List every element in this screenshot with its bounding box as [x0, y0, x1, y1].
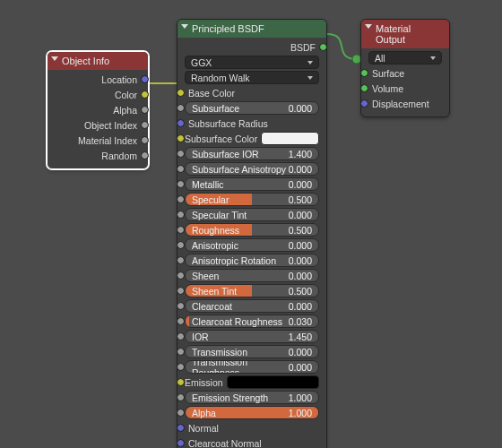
socket-out[interactable] — [141, 121, 149, 129]
socket-in[interactable] — [177, 393, 185, 401]
socket-in[interactable] — [177, 256, 185, 264]
output-material-index: Material Index — [51, 133, 144, 148]
input-roughness: Roughness0.500 — [181, 222, 323, 237]
dropdown-subsurface-method[interactable]: Random Walk — [181, 70, 323, 85]
input-emission-strength: Emission Strength1.000 — [181, 390, 323, 405]
socket-in[interactable] — [177, 195, 185, 203]
socket-in[interactable] — [177, 348, 185, 356]
node-object-info[interactable]: Object Info LocationColorAlphaObject Ind… — [47, 51, 149, 169]
input-volume: Volume — [365, 81, 446, 96]
socket-in[interactable] — [177, 378, 185, 386]
socket-in[interactable] — [177, 332, 185, 340]
slider[interactable]: Metallic0.000 — [185, 177, 319, 191]
collapse-icon[interactable] — [365, 24, 372, 29]
input-sheen: Sheen0.000 — [181, 268, 323, 283]
dropdown-distribution[interactable]: GGX — [181, 55, 323, 70]
color-field[interactable] — [227, 375, 319, 389]
input-transmission-roughness: Transmission Roughness0.000 — [181, 359, 323, 375]
input-specular: Specular0.500 — [181, 192, 323, 207]
input-alpha: Alpha1.000 — [181, 405, 323, 420]
socket-out[interactable] — [141, 90, 149, 99]
node-body: BSDF GGX Random Walk Base Color Subsurfa… — [177, 38, 326, 448]
node-title: Material Output — [376, 23, 411, 45]
socket-in[interactable] — [177, 424, 185, 432]
input-normal: Normal — [181, 420, 323, 435]
socket-in[interactable] — [177, 271, 185, 280]
input-emission: Emission — [181, 375, 323, 390]
socket-in[interactable] — [177, 409, 185, 417]
socket-out[interactable] — [141, 75, 149, 83]
socket-in[interactable] — [177, 119, 185, 127]
slider[interactable]: Specular Tint0.000 — [185, 208, 319, 221]
socket-in[interactable] — [360, 99, 368, 108]
socket-out-bsdf[interactable] — [319, 43, 327, 51]
node-body: All SurfaceVolumeDisplacement — [361, 48, 449, 116]
socket-in[interactable] — [177, 241, 185, 249]
socket-in-base-color[interactable] — [177, 89, 185, 97]
color-field[interactable] — [261, 132, 319, 145]
slider[interactable]: Clearcoat0.000 — [185, 299, 319, 313]
input-metallic: Metallic0.000 — [181, 177, 323, 192]
output-random: Random — [51, 148, 144, 163]
input-subsurface-ior: Subsurface IOR1.400 — [181, 146, 323, 161]
slider[interactable]: Transmission0.000 — [185, 345, 319, 358]
slider[interactable]: Sheen Tint0.500 — [185, 284, 319, 297]
output-color: Color — [51, 87, 144, 102]
input-subsurface: Subsurface0.000 — [181, 100, 323, 116]
socket-in[interactable] — [177, 226, 185, 234]
socket-in[interactable] — [177, 363, 185, 371]
socket-in[interactable] — [177, 165, 185, 173]
input-base-color: Base Color — [181, 85, 323, 100]
socket-in[interactable] — [177, 150, 185, 158]
socket-out[interactable] — [141, 106, 149, 114]
node-header[interactable]: Object Info — [48, 52, 148, 70]
input-clearcoat: Clearcoat0.000 — [181, 298, 323, 314]
socket-in[interactable] — [177, 211, 185, 219]
socket-in[interactable] — [177, 287, 185, 295]
node-principled-bsdf[interactable]: Principled BSDF BSDF GGX Random Walk Bas… — [177, 19, 327, 448]
slider[interactable]: Subsurface Anisotropy0.000 — [185, 162, 319, 176]
node-title: Object Info — [62, 56, 109, 66]
slider[interactable]: Transmission Roughness0.000 — [185, 360, 319, 374]
socket-out[interactable] — [141, 136, 149, 144]
socket-in[interactable] — [177, 134, 185, 142]
input-clearcoat-roughness: Clearcoat Roughness0.030 — [181, 314, 323, 329]
output-bsdf: BSDF — [181, 39, 323, 55]
node-header[interactable]: Principled BSDF — [177, 20, 326, 38]
slider[interactable]: IOR1.450 — [185, 330, 319, 343]
socket-in[interactable] — [177, 180, 185, 188]
input-transmission: Transmission0.000 — [181, 344, 323, 359]
socket-in[interactable] — [177, 302, 185, 310]
slider[interactable]: Anisotropic0.000 — [185, 238, 319, 252]
input-clearcoat-normal: Clearcoat Normal — [181, 435, 323, 448]
socket-in[interactable] — [360, 84, 368, 92]
output-alpha: Alpha — [51, 102, 144, 117]
input-ior: IOR1.450 — [181, 329, 323, 344]
node-header[interactable]: Material Output — [361, 20, 449, 48]
slider[interactable]: Anisotropic Rotation0.000 — [185, 254, 319, 267]
slider[interactable]: Specular0.500 — [185, 193, 319, 206]
input-surface: Surface — [365, 65, 446, 81]
input-anisotropic: Anisotropic0.000 — [181, 237, 323, 253]
slider[interactable]: Subsurface0.000 — [185, 101, 319, 115]
input-subsurface-color: Subsurface Color — [181, 131, 323, 146]
slider[interactable]: Sheen0.000 — [185, 269, 319, 282]
socket-in[interactable] — [177, 317, 185, 325]
socket-in[interactable] — [177, 104, 185, 112]
slider[interactable]: Alpha1.000 — [185, 406, 319, 419]
slider[interactable]: Emission Strength1.000 — [185, 391, 319, 404]
slider[interactable]: Clearcoat Roughness0.030 — [185, 314, 319, 328]
socket-in[interactable] — [360, 69, 368, 77]
socket-in[interactable] — [177, 439, 185, 447]
collapse-icon[interactable] — [181, 24, 188, 29]
output-location: Location — [51, 72, 144, 87]
input-displacement: Displacement — [365, 96, 446, 111]
socket-out[interactable] — [141, 151, 149, 159]
node-material-output[interactable]: Material Output All SurfaceVolumeDisplac… — [360, 19, 450, 117]
input-sheen-tint: Sheen Tint0.500 — [181, 283, 323, 298]
slider[interactable]: Roughness0.500 — [185, 223, 319, 237]
input-subsurface-anisotropy: Subsurface Anisotropy0.000 — [181, 161, 323, 177]
slider[interactable]: Subsurface IOR1.400 — [185, 147, 319, 160]
dropdown-target[interactable]: All — [365, 50, 446, 65]
collapse-icon[interactable] — [51, 56, 58, 61]
